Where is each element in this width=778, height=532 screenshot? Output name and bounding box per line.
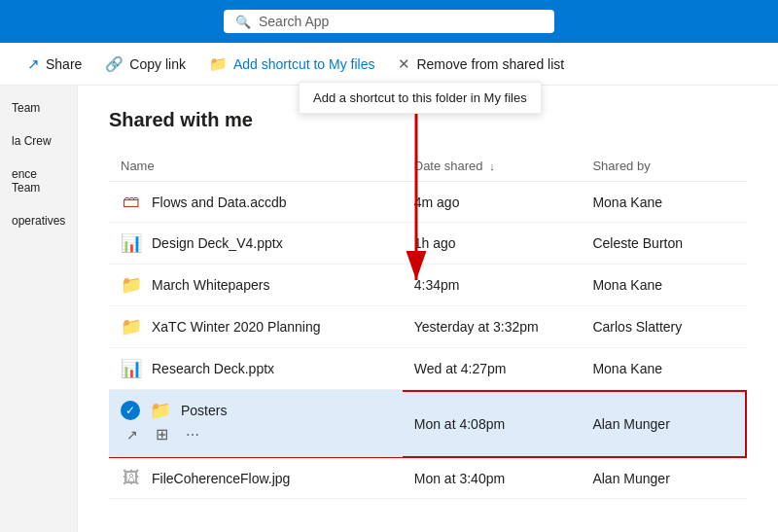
table-row[interactable]: 🗃 Flows and Data.accdb 4m ago Mona Kane [109, 182, 747, 223]
sort-arrow: ↓ [489, 160, 495, 172]
table-row[interactable]: 📊 Design Deck_V4.pptx 1h ago Celeste Bur… [109, 223, 747, 265]
file-date: Mon at 4:08pm [403, 390, 582, 458]
file-shared-by: Alan Munger [581, 458, 747, 499]
search-input-wrap[interactable]: 🔍 Search App [224, 10, 554, 33]
share-label: Share [46, 56, 82, 72]
sidebar-item-crew[interactable]: la Crew [0, 126, 77, 156]
folder-icon: 📁 [150, 400, 171, 421]
share-button[interactable]: ↗ Share [16, 50, 93, 79]
image-icon: 🖼 [121, 468, 142, 488]
file-date: 4m ago [403, 182, 582, 223]
file-date: 4:34pm [403, 265, 582, 306]
access-icon: 🗃 [121, 192, 142, 212]
file-name: March Whitepapers [152, 277, 269, 293]
file-name: Posters [181, 403, 227, 418]
sidebar-item-operatives[interactable]: operatives [0, 206, 77, 235]
col-date-header[interactable]: Date shared ↓ [403, 151, 582, 182]
remove-button[interactable]: ✕ Remove from shared list [386, 50, 576, 79]
search-placeholder: Search App [259, 14, 329, 29]
pptx-icon: 📊 [121, 358, 142, 379]
tooltip-popup: Add a shortcut to this folder in My file… [299, 82, 542, 114]
folder-icon: 📁 [121, 316, 142, 337]
add-shortcut-button[interactable]: 📁 Add shortcut to My files [197, 50, 387, 79]
file-name: Flows and Data.accdb [152, 195, 287, 210]
share-icon: ↗ [27, 55, 40, 73]
content-area: Shared with me Name Date shared ↓ Shared… [78, 86, 778, 532]
sidebar-item-ence-team[interactable]: ence Team [0, 160, 77, 202]
copy-link-label: Copy link [129, 56, 186, 72]
file-shared-by: Mona Kane [581, 265, 747, 306]
table-row[interactable]: 📊 Research Deck.pptx Wed at 4:27pm Mona … [109, 348, 747, 390]
col-name-header: Name [109, 151, 403, 182]
file-name: XaTC Winter 2020 Planning [152, 319, 321, 335]
add-shortcut-label: Add shortcut to My files [233, 56, 375, 72]
file-shared-by: Mona Kane [581, 348, 747, 390]
main-wrap: Team la Crew ence Team operatives Shared… [0, 86, 778, 532]
file-date: 1h ago [403, 223, 582, 265]
row-share-button[interactable]: ↗ [121, 423, 144, 446]
toolbar: ↗ Share 🔗 Copy link 📁 Add shortcut to My… [0, 43, 778, 86]
copy-link-button[interactable]: 🔗 Copy link [93, 50, 197, 79]
table-row[interactable]: 🖼 FileCoherenceFlow.jpg Mon at 3:40pm Al… [109, 458, 747, 499]
file-date: Wed at 4:27pm [403, 348, 582, 390]
file-date: Yesterday at 3:32pm [403, 306, 582, 348]
file-date: Mon at 3:40pm [403, 458, 582, 499]
row-actions: ↗ ⊞ ⋯ [121, 421, 391, 447]
col-by-header: Shared by [581, 151, 747, 182]
file-name: Research Deck.pptx [152, 361, 274, 376]
search-bar: 🔍 Search App [0, 0, 778, 43]
folder-icon: 📁 [121, 274, 142, 296]
file-shared-by: Alan Munger [581, 390, 747, 458]
file-name: FileCoherenceFlow.jpg [152, 471, 290, 486]
table-row[interactable]: 📁 XaTC Winter 2020 Planning Yesterday at… [109, 306, 747, 348]
link-icon: 🔗 [105, 55, 124, 73]
selected-checkbox[interactable]: ✓ [121, 401, 140, 420]
file-shared-by: Carlos Slattery [581, 306, 747, 348]
remove-icon: ✕ [398, 55, 410, 73]
sidebar: Team la Crew ence Team operatives [0, 86, 78, 532]
table-row[interactable]: ✓ 📁 Posters ↗ ⊞ ⋯ Mon at 4:08pm Alan Mun… [109, 390, 747, 458]
file-shared-by: Mona Kane [581, 182, 747, 223]
search-icon: 🔍 [235, 15, 251, 29]
row-shortcut-button[interactable]: ⊞ [150, 421, 174, 447]
shortcut-icon: 📁 [209, 55, 228, 73]
pptx-icon: 📊 [121, 232, 142, 254]
table-row[interactable]: 📁 March Whitepapers 4:34pm Mona Kane [109, 265, 747, 306]
remove-label: Remove from shared list [416, 56, 564, 72]
file-shared-by: Celeste Burton [581, 223, 747, 265]
row-more-button[interactable]: ⋯ [180, 423, 205, 446]
file-table: Name Date shared ↓ Shared by 🗃 Flows and… [109, 151, 747, 499]
sidebar-item-team[interactable]: Team [0, 93, 77, 123]
tooltip-text: Add a shortcut to this folder in My file… [313, 90, 527, 105]
file-name: Design Deck_V4.pptx [152, 235, 283, 251]
